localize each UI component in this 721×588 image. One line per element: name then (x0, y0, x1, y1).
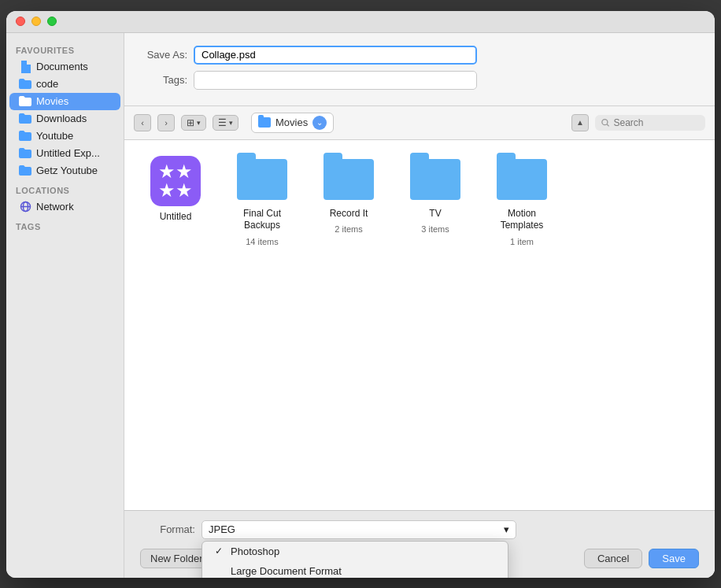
folder-icon (410, 159, 460, 200)
save-as-row: Save As: (140, 46, 699, 65)
list-view-button[interactable]: ☰ ▾ (213, 115, 238, 131)
format-dropdown-container: JPEG ▾ ✓ Photoshop Large Document For (202, 520, 516, 539)
bottom-panel: Format: JPEG ▾ ✓ Photoshop (124, 510, 715, 578)
file-name: Untitled (160, 211, 192, 224)
format-selected-value: JPEG (209, 523, 235, 535)
file-count: 14 items (246, 237, 279, 246)
search-icon (601, 118, 610, 128)
dropdown-item-label: Large Document Format (231, 565, 342, 577)
location-chevron-button[interactable]: ⌄ (312, 116, 327, 130)
form-area: Save As: Tags: (124, 33, 715, 106)
sidebar-item-code[interactable]: code (9, 76, 120, 93)
tags-section-label: Tags (6, 216, 124, 235)
expand-button[interactable]: ▲ (571, 114, 589, 131)
sidebar-item-label: Getz Youtube (36, 165, 98, 176)
file-count: 3 items (421, 224, 449, 234)
file-item-motion-templates[interactable]: Motion Templates 1 item (486, 156, 557, 246)
save-button[interactable]: Save (649, 549, 699, 568)
locations-section-label: Locations (6, 179, 124, 198)
file-count: 1 item (510, 237, 534, 246)
svg-line-4 (607, 124, 609, 126)
tags-input[interactable] (194, 71, 477, 90)
main-content: Favourites Documents code Movies (6, 33, 715, 578)
sidebar: Favourites Documents code Movies (6, 33, 124, 578)
list-icon: ☰ (218, 117, 227, 128)
sidebar-item-label: Movies (36, 95, 68, 107)
location-selector[interactable]: Movies ⌄ (251, 113, 334, 133)
title-bar (6, 11, 715, 33)
sidebar-item-youtube[interactable]: Youtube (9, 128, 120, 145)
dropdown-item-label: Photoshop (231, 545, 279, 557)
dropdown-item-large-doc[interactable]: Large Document Format (202, 561, 508, 578)
folder-icon-wrap (320, 156, 377, 203)
format-row: Format: JPEG ▾ ✓ Photoshop (140, 520, 699, 539)
grid-view-button[interactable]: ⊞ ▾ (181, 115, 206, 131)
dropdown-item-photoshop[interactable]: ✓ Photoshop (202, 542, 508, 561)
chevron-down-icon: ▾ (197, 119, 201, 127)
tags-row: Tags: (140, 71, 699, 90)
sidebar-item-label: Youtube (36, 130, 73, 142)
folder-icon (19, 113, 31, 125)
folder-icon (497, 159, 547, 200)
file-item-untitled[interactable]: ★★★★ Untitled (140, 156, 211, 246)
folder-icon (19, 147, 31, 160)
sidebar-item-getz-youtube[interactable]: Getz Youtube (9, 162, 120, 179)
sidebar-item-untitled-exp[interactable]: Untitled Exp... (9, 145, 120, 162)
cancel-button[interactable]: Cancel (584, 549, 642, 568)
folder-icon (324, 159, 374, 200)
file-item-record-it[interactable]: Record It 2 items (313, 156, 384, 246)
minimize-button[interactable] (31, 17, 41, 26)
folder-icon (19, 95, 31, 108)
svg-point-3 (602, 119, 608, 124)
untitled-icon: ★★★★ (150, 156, 201, 206)
toolbar: ‹ › ⊞ ▾ ☰ ▾ Movies ⌄ ▲ (124, 106, 715, 140)
save-as-input[interactable] (194, 46, 477, 65)
forward-button[interactable]: › (157, 114, 175, 131)
search-box (595, 115, 705, 131)
file-name: Motion Templates (486, 208, 557, 232)
format-dropdown-menu: ✓ Photoshop Large Document Format BMP (202, 541, 508, 578)
tags-label: Tags: (140, 74, 187, 86)
check-icon: ✓ (215, 545, 224, 557)
sidebar-item-label: Untitled Exp... (36, 147, 100, 159)
close-button[interactable] (16, 17, 25, 26)
file-name: Record It (330, 208, 368, 220)
folder-icon (237, 159, 287, 200)
save-dialog: Favourites Documents code Movies (6, 11, 715, 578)
sidebar-item-downloads[interactable]: Downloads (9, 110, 120, 128)
chevron-down-icon: ▾ (504, 523, 509, 535)
back-button[interactable]: ‹ (134, 114, 151, 131)
right-panel: Save As: Tags: ‹ › ⊞ ▾ ☰ ▾ (124, 33, 715, 578)
right-buttons: Cancel Save (584, 549, 699, 568)
folder-icon (19, 165, 31, 177)
sidebar-item-label: Downloads (36, 113, 87, 124)
favourites-section-label: Favourites (6, 39, 124, 58)
location-name: Movies (275, 116, 308, 128)
file-name: TV (429, 208, 441, 220)
document-icon (19, 61, 31, 73)
maximize-button[interactable] (47, 17, 57, 26)
folder-icon-wrap (234, 156, 290, 203)
sidebar-item-documents[interactable]: Documents (9, 58, 120, 76)
folder-icon (19, 130, 31, 142)
sidebar-item-network[interactable]: Network (9, 198, 120, 216)
save-as-label: Save As: (140, 49, 187, 61)
grid-icon: ⊞ (187, 117, 194, 128)
format-dropdown-button[interactable]: JPEG ▾ (202, 520, 516, 539)
location-folder-icon (258, 117, 271, 128)
sidebar-item-label: Documents (36, 61, 88, 72)
format-label: Format: (140, 523, 195, 535)
globe-icon (19, 201, 31, 213)
file-browser: ★★★★ Untitled Final Cut Backups 14 items (124, 140, 715, 510)
file-item-final-cut-backups[interactable]: Final Cut Backups 14 items (227, 156, 298, 246)
folder-icon (19, 78, 31, 91)
chevron-down-icon: ▾ (229, 119, 233, 127)
sidebar-item-label: Network (36, 201, 74, 213)
file-item-tv[interactable]: TV 3 items (400, 156, 471, 246)
file-name: Final Cut Backups (227, 208, 298, 232)
sidebar-item-movies[interactable]: Movies (9, 93, 120, 110)
folder-icon-wrap (494, 156, 550, 203)
file-count: 2 items (335, 224, 362, 234)
search-input[interactable] (614, 117, 700, 128)
sidebar-item-label: code (36, 78, 58, 90)
